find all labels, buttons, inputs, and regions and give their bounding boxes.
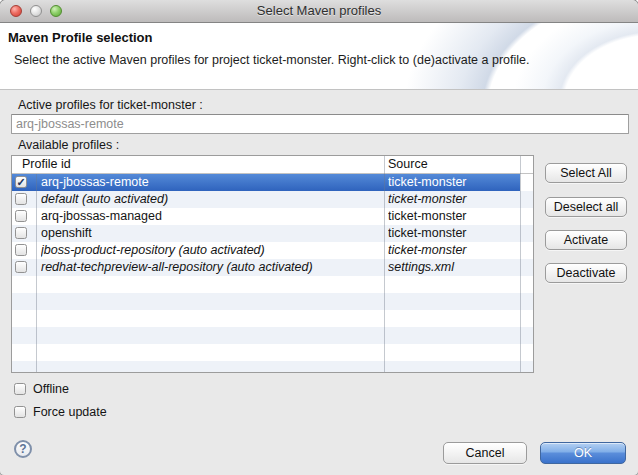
unchecked-checkbox-icon[interactable] xyxy=(14,383,26,395)
column-divider xyxy=(36,174,37,372)
source-cell[interactable]: ticket-monster xyxy=(388,242,518,259)
table-row[interactable]: openshiftticket-monster xyxy=(12,225,533,242)
column-header-source[interactable]: Source xyxy=(388,156,428,173)
source-cell[interactable]: ticket-monster xyxy=(388,174,518,191)
column-divider xyxy=(384,156,385,372)
banner-title: Maven Profile selection xyxy=(8,30,153,45)
source-cell[interactable]: settings.xml xyxy=(388,259,518,276)
dialog-window: Select Maven profiles Maven Profile sele… xyxy=(0,0,638,475)
unchecked-checkbox-icon[interactable] xyxy=(15,210,27,222)
checked-checkbox-icon[interactable]: ✓ xyxy=(15,176,27,188)
profile-id-cell[interactable]: arq-jbossas-remote xyxy=(41,174,370,191)
header-banner: Maven Profile selection Select the activ… xyxy=(0,23,638,90)
table-row[interactable]: redhat-techpreview-all-repository (auto … xyxy=(12,259,533,276)
window-title: Select Maven profiles xyxy=(0,0,638,22)
table-filler-row xyxy=(12,310,533,327)
table-row[interactable]: arq-jbossas-managedticket-monster xyxy=(12,208,533,225)
profile-id-cell[interactable]: jboss-product-repository (auto activated… xyxy=(41,242,383,259)
option-label: Force update xyxy=(33,406,107,419)
unchecked-checkbox-icon[interactable] xyxy=(15,227,27,239)
column-header-profile-id[interactable]: Profile id xyxy=(22,156,71,173)
unchecked-checkbox-icon[interactable] xyxy=(15,244,27,256)
banner-description: Select the active Maven profiles for pro… xyxy=(14,53,530,67)
table-row[interactable]: jboss-product-repository (auto activated… xyxy=(12,242,533,259)
deactivate-button[interactable]: Deactivate xyxy=(545,263,627,283)
table-body: ✓arq-jbossas-remoteticket-monsterdefault… xyxy=(12,174,533,372)
table-filler-row xyxy=(12,361,533,373)
available-profiles-label: Available profiles : xyxy=(18,138,119,152)
source-cell[interactable]: ticket-monster xyxy=(388,225,518,242)
source-cell[interactable]: ticket-monster xyxy=(388,191,518,208)
active-profiles-input[interactable] xyxy=(11,114,629,134)
table-row[interactable]: default (auto activated)ticket-monster xyxy=(12,191,533,208)
table-header: Profile id Source xyxy=(12,156,533,174)
table-filler-row xyxy=(12,293,533,310)
ok-button[interactable]: OK xyxy=(540,442,626,464)
activate-button[interactable]: Activate xyxy=(545,230,627,250)
unchecked-checkbox-icon[interactable] xyxy=(15,193,27,205)
profile-id-cell[interactable]: default (auto activated) xyxy=(41,191,383,208)
unchecked-checkbox-icon[interactable] xyxy=(14,406,26,418)
source-cell[interactable]: ticket-monster xyxy=(388,208,518,225)
profile-id-cell[interactable]: arq-jbossas-managed xyxy=(41,208,383,225)
table-filler-row xyxy=(12,327,533,344)
option-label: Offline xyxy=(33,383,69,396)
table-filler-row xyxy=(12,276,533,293)
profile-id-cell[interactable]: openshift xyxy=(41,225,383,242)
title-bar[interactable]: Select Maven profiles xyxy=(0,0,638,23)
active-profiles-label: Active profiles for ticket-monster : xyxy=(18,98,203,112)
profile-id-cell[interactable]: redhat-techpreview-all-repository (auto … xyxy=(41,259,383,276)
column-divider xyxy=(520,156,521,372)
table-row[interactable]: ✓arq-jbossas-remoteticket-monster xyxy=(12,174,520,191)
table-filler-row xyxy=(12,344,533,361)
unchecked-checkbox-icon[interactable] xyxy=(15,261,27,273)
help-button[interactable]: ? xyxy=(14,440,32,458)
select-all-button[interactable]: Select All xyxy=(545,163,627,183)
cancel-button[interactable]: Cancel xyxy=(443,442,527,464)
profiles-table: Profile id Source ✓arq-jbossas-remotetic… xyxy=(11,155,534,373)
deselect-all-button[interactable]: Deselect all xyxy=(545,197,627,217)
